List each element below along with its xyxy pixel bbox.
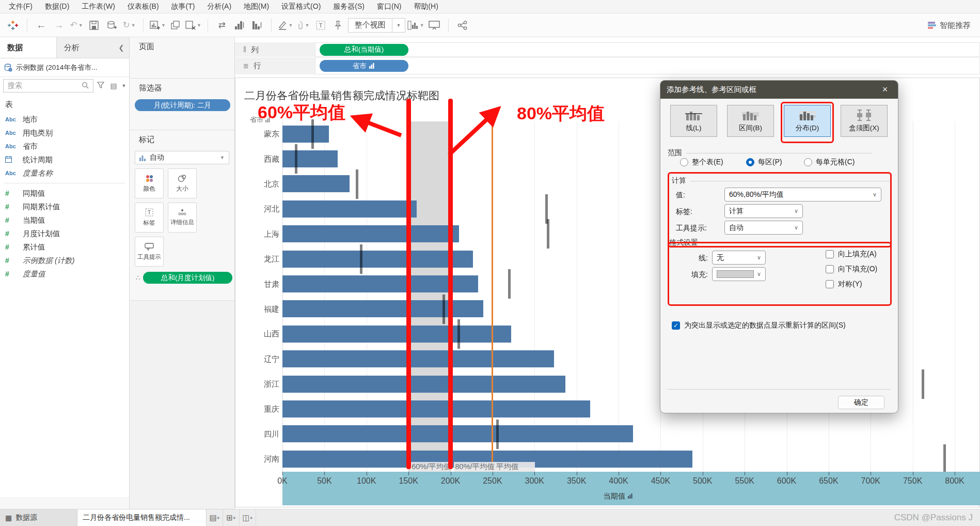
x-axis-selected-strip[interactable]: 0K50K100K150K200K250K300K350K400K450K500… (282, 472, 980, 505)
refresh-icon[interactable]: ↻▼ (121, 17, 137, 34)
marks-tooltip-button[interactable]: 工具提示 (135, 237, 164, 267)
field-统计周期[interactable]: 统计周期 (0, 153, 129, 166)
marks-size-button[interactable]: 大小 (168, 168, 197, 198)
row-label[interactable]: 甘肃 (243, 280, 279, 289)
field-度量值[interactable]: #度量值 (0, 267, 129, 281)
row-label[interactable]: 西藏 (243, 154, 279, 164)
clear-sheet-icon[interactable]: ▼ (185, 17, 201, 34)
target-tick[interactable] (360, 244, 362, 274)
recalc-checkbox[interactable]: ✓为突出显示或选定的数据点显示重新计算的区间(S) (672, 321, 846, 330)
new-worksheet-icon[interactable]: ▼ (150, 17, 166, 34)
fit-mode-value[interactable]: 整个视图 (349, 19, 392, 32)
mark-type-dropdown[interactable]: 自动 ▼ (135, 151, 229, 164)
format-checkbox-1[interactable]: 向下填充(O) (826, 265, 877, 274)
save-icon[interactable] (86, 17, 102, 34)
fill-select[interactable]: ∨ (712, 267, 766, 281)
menu-item[interactable]: 地图(M) (238, 1, 275, 13)
rows-track[interactable]: 省市 (315, 57, 980, 74)
menu-item[interactable]: 分析(A) (201, 1, 237, 13)
ref-type-boxplot[interactable]: 盒须图(X) (841, 105, 888, 137)
tab-data[interactable]: 数据 (0, 37, 57, 58)
target-tick[interactable] (457, 319, 460, 349)
scope-radio-0[interactable]: 整个表(E) (680, 158, 723, 167)
text-object-icon[interactable]: T (313, 17, 328, 34)
bar[interactable] (282, 126, 329, 143)
row-label[interactable]: 河北 (243, 204, 279, 214)
rows-pill[interactable]: 省市 (320, 60, 408, 72)
share-icon[interactable] (455, 17, 470, 34)
chevron-down-icon[interactable]: ▼ (392, 23, 405, 28)
add-data-icon[interactable] (104, 17, 119, 34)
row-label[interactable]: 蒙东 (243, 129, 279, 139)
duplicate-icon[interactable] (168, 17, 183, 34)
presentation-icon[interactable] (426, 17, 442, 34)
bar[interactable] (282, 251, 473, 268)
field-同期值[interactable]: #同期值 (0, 187, 129, 200)
menu-item[interactable]: 数据(D) (39, 1, 75, 13)
pages-card[interactable]: 页面 (130, 37, 234, 79)
row-label[interactable]: 北京 (243, 179, 279, 189)
bar[interactable] (282, 326, 511, 343)
menu-item[interactable]: 帮助(H) (408, 1, 444, 13)
tag-select[interactable]: 计算∨ (724, 204, 803, 218)
menu-item[interactable]: 文件(F) (3, 1, 38, 13)
ref-type-distribution[interactable]: 分布(D) (784, 105, 831, 137)
sort-ascending-icon[interactable] (232, 17, 247, 34)
smart-recommend-button[interactable]: 智能推荐 (928, 13, 971, 37)
menu-item[interactable]: 服务器(S) (327, 1, 370, 13)
filter-fields-icon[interactable] (95, 82, 106, 90)
close-icon[interactable]: × (878, 84, 892, 95)
menu-item[interactable]: 工作表(W) (76, 1, 121, 13)
dialog-title-bar[interactable]: 添加参考线、参考区间或框 × (660, 81, 898, 99)
ref-type-line[interactable]: 线(L) (670, 105, 717, 137)
target-tick[interactable] (547, 219, 549, 249)
format-checkbox-2[interactable]: 对称(Y) (826, 280, 862, 289)
format-checkbox-0[interactable]: 向上填充(A) (826, 250, 877, 259)
bar[interactable] (282, 376, 565, 393)
show-me-icon[interactable]: ▼ (407, 17, 424, 34)
field-示例数据 (计数)[interactable]: #示例数据 (计数) (0, 254, 129, 267)
back-icon[interactable]: ← (34, 17, 49, 34)
field-度量名称[interactable]: Abc度量名称 (0, 166, 129, 180)
row-label[interactable]: 山西 (243, 329, 279, 339)
row-label[interactable]: 浙江 (243, 379, 279, 389)
field-省市[interactable]: Abc省市 (0, 140, 129, 153)
field-月度计划值[interactable]: #月度计划值 (0, 227, 129, 240)
tooltip-select[interactable]: 自动∨ (724, 221, 803, 235)
scope-radio-1[interactable]: 每区(P) (746, 158, 782, 167)
ok-button[interactable]: 确定 (838, 396, 884, 409)
fit-mode-dropdown[interactable]: 整个视图 ▼ (348, 18, 405, 33)
field-用电类别[interactable]: Abc用电类别 (0, 126, 129, 140)
row-label[interactable]: 辽宁 (243, 354, 279, 364)
collapse-pane-icon[interactable]: ❮ (114, 37, 129, 58)
datasource-item[interactable]: 示例数据 (2014年各省市... (0, 58, 129, 77)
bar[interactable] (282, 425, 633, 442)
pin-icon[interactable] (330, 17, 346, 34)
columns-track[interactable]: 总和(当期值) (315, 42, 980, 57)
bar[interactable] (282, 200, 417, 218)
bar[interactable] (282, 300, 483, 317)
forward-icon[interactable]: → (51, 17, 67, 34)
field-累计值[interactable]: #累计值 (0, 240, 129, 254)
target-tick[interactable] (442, 295, 445, 324)
new-dashboard-icon[interactable]: ⊞+ (223, 509, 240, 526)
bar[interactable] (282, 225, 459, 242)
bar[interactable] (282, 175, 350, 192)
columns-pill[interactable]: 总和(当期值) (320, 44, 408, 56)
target-tick[interactable] (295, 144, 297, 174)
value-select[interactable]: 60%,80%/平均值∨ (724, 188, 881, 202)
menu-item[interactable]: 窗口(N) (371, 1, 407, 13)
bar[interactable] (282, 150, 338, 167)
sort-descending-icon[interactable] (249, 17, 265, 34)
swap-axes-icon[interactable]: ⇄ (214, 17, 230, 34)
ref-type-band[interactable]: 区间(B) (727, 105, 774, 137)
marks-color-button[interactable]: 颜色 (135, 168, 164, 198)
row-label[interactable]: 河南 (243, 454, 279, 464)
chevron-down-icon[interactable]: ▼ (121, 83, 127, 88)
new-story-icon[interactable]: ◫+ (240, 509, 256, 526)
marks-label-button[interactable]: T标签 (135, 203, 164, 233)
target-tick[interactable] (922, 369, 924, 399)
row-label[interactable]: 福建 (243, 304, 279, 314)
view-options-icon[interactable]: ▤ (108, 82, 119, 90)
row-label[interactable]: 四川 (243, 429, 279, 439)
